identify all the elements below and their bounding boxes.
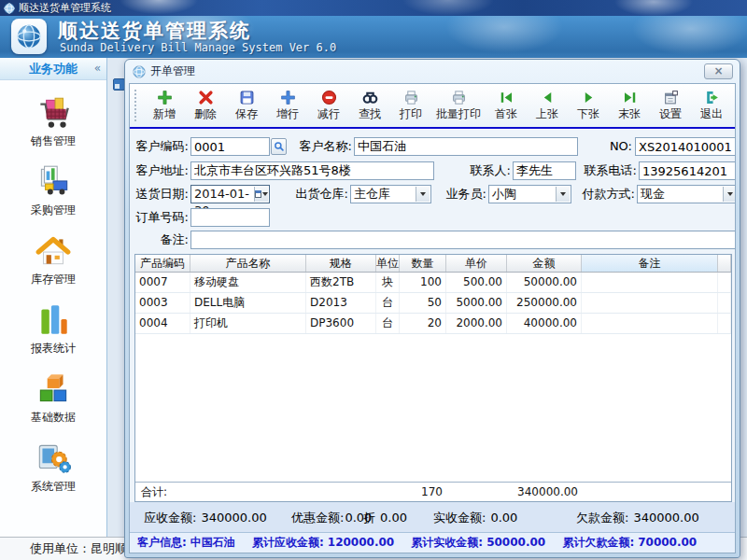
received-amount: 实收金额:0.00	[433, 510, 517, 526]
sidebar-collapse-button[interactable]: «	[94, 58, 101, 79]
button-label: 末张	[618, 106, 641, 122]
toolbar: 新增 删除 保存 增行 减行 查找	[130, 84, 735, 127]
column-header[interactable]: 单位	[376, 255, 400, 272]
cum-received-value: 50000.00	[486, 536, 545, 549]
total-qty: 170	[400, 483, 446, 501]
summary-label: 实收金额:	[433, 511, 486, 525]
add-row-button[interactable]: 增行	[267, 86, 308, 125]
address-input[interactable]	[190, 161, 434, 180]
salesman-dropdown-button[interactable]	[556, 187, 570, 202]
window-titlebar[interactable]: 开单管理 ×	[125, 60, 740, 83]
table-row[interactable]: 0003 DELL电脑 D2013 台 50 5000.00 250000.00	[135, 293, 731, 314]
customer-lookup-button[interactable]	[271, 138, 287, 155]
phone-input[interactable]	[639, 161, 736, 180]
remark-input[interactable]	[190, 231, 736, 249]
button-label: 上张	[536, 106, 558, 122]
cubes-icon	[34, 370, 73, 409]
sidebar-item-inventory[interactable]: 库存管理	[0, 226, 106, 295]
new-button[interactable]: 新增	[144, 86, 185, 125]
customer-code-input[interactable]	[190, 137, 270, 156]
chart-icon	[34, 301, 73, 340]
salesman-select[interactable]: 小陶	[488, 185, 571, 203]
toolbar-grip[interactable]	[134, 90, 139, 121]
sidebar-item-basedata[interactable]: 基础数据	[0, 364, 106, 433]
warehouse-dropdown-button[interactable]	[416, 187, 430, 202]
customer-name-input[interactable]	[354, 137, 578, 156]
column-header[interactable]: 单价	[446, 255, 507, 272]
save-button[interactable]: 保存	[226, 86, 267, 125]
sidebar-item-sales[interactable]: 销售管理	[0, 88, 106, 157]
button-label: 删除	[194, 106, 217, 122]
cell-unit: 台	[376, 293, 400, 313]
cell-amount: 250000.00	[507, 293, 582, 313]
close-button[interactable]: ×	[704, 63, 733, 79]
app-titlebar: 顺达送货单管理系统	[0, 0, 747, 16]
first-icon	[499, 90, 514, 105]
cell-name: 打印机	[190, 314, 306, 333]
summary-value: 0.00	[490, 511, 517, 525]
summary-value: 340000.00	[633, 511, 698, 525]
warehouse-select[interactable]: 主仓库	[350, 185, 431, 203]
cell-price: 5000.00	[446, 293, 507, 313]
column-header[interactable]: 规格	[306, 255, 376, 272]
salesman-value: 小陶	[492, 187, 516, 201]
prev-button[interactable]: 上张	[527, 86, 568, 125]
exit-button[interactable]: 退出	[691, 86, 732, 125]
find-button[interactable]: 查找	[349, 86, 390, 125]
column-header[interactable]: 备注	[582, 255, 718, 272]
cell-filler	[718, 293, 731, 313]
close-icon: ×	[713, 64, 723, 77]
column-header[interactable]: 产品编码	[135, 255, 190, 272]
button-label: 首张	[495, 106, 517, 122]
globe-icon	[4, 3, 15, 14]
cell-name: DELL电脑	[190, 293, 306, 313]
sidebar-item-label: 采购管理	[31, 203, 76, 218]
settings-button[interactable]: 设置	[650, 86, 691, 125]
delete-button[interactable]: 删除	[185, 86, 226, 125]
contact-input[interactable]	[513, 161, 576, 180]
salesman-label: 业务员:	[434, 185, 486, 203]
prev-icon	[540, 90, 556, 105]
cell-name: 移动硬盘	[190, 273, 306, 292]
order-no-input[interactable]	[190, 208, 270, 227]
sidebar-item-label: 系统管理	[31, 479, 76, 495]
payment-select[interactable]: 现金	[637, 185, 736, 203]
last-button[interactable]: 末张	[609, 86, 650, 125]
chevron-down-icon	[262, 192, 268, 196]
first-button[interactable]: 首张	[486, 86, 527, 125]
remove-row-icon	[321, 90, 337, 105]
cum-received-label: 累计实收金额:	[411, 536, 483, 549]
delivery-date-picker[interactable]: 2014-01-30	[190, 185, 270, 203]
next-button[interactable]: 下张	[568, 86, 609, 125]
column-header[interactable]: 金额	[507, 255, 582, 272]
button-label: 下张	[577, 106, 599, 122]
date-dropdown-button[interactable]	[254, 187, 268, 202]
table-row[interactable]: 0007 移动硬盘 西数2TB 块 100 500.00 50000.00	[135, 273, 731, 293]
remove-row-button[interactable]: 减行	[308, 86, 349, 125]
batch-print-button[interactable]: 批量打印	[431, 86, 486, 125]
cell-filler	[718, 273, 731, 292]
cell-remark	[582, 314, 718, 333]
arrears-amount: 欠款金额:340000.00	[576, 510, 699, 526]
cum-receivable-label: 累计应收金额:	[252, 536, 324, 549]
summary-label: 优惠金额:	[291, 511, 344, 525]
column-header[interactable]: 数量	[400, 255, 446, 272]
print-button[interactable]: 打印	[390, 86, 431, 125]
payment-dropdown-button[interactable]	[723, 187, 736, 202]
button-label: 增行	[276, 106, 299, 122]
product-table: 产品编码 产品名称 规格 单位 数量 单价 金额 备注 0007 移动硬盘 西数…	[134, 254, 732, 502]
exit-icon	[704, 90, 720, 105]
sidebar-item-reports[interactable]: 报表统计	[0, 295, 106, 364]
contact-label: 联系人:	[453, 161, 511, 180]
sidebar-item-purchase[interactable]: 采购管理	[0, 157, 106, 226]
warehouse-label: 出货仓库:	[294, 185, 348, 203]
table-row[interactable]: 0004 打印机 DP3600 台 20 2000.00 40000.00	[135, 314, 731, 334]
cell-amount: 40000.00	[507, 314, 582, 333]
sidebar-items: 销售管理 采购管理 库存管理 报表统计 基础数据 系统管理	[0, 80, 106, 502]
column-header[interactable]: 产品名称	[190, 255, 306, 272]
sidebar-item-system[interactable]: 系统管理	[0, 433, 106, 502]
bill-no-input[interactable]	[635, 137, 736, 156]
sidebar-item-label: 库存管理	[31, 272, 76, 287]
add-row-icon	[280, 90, 296, 105]
button-label: 新增	[153, 106, 176, 122]
